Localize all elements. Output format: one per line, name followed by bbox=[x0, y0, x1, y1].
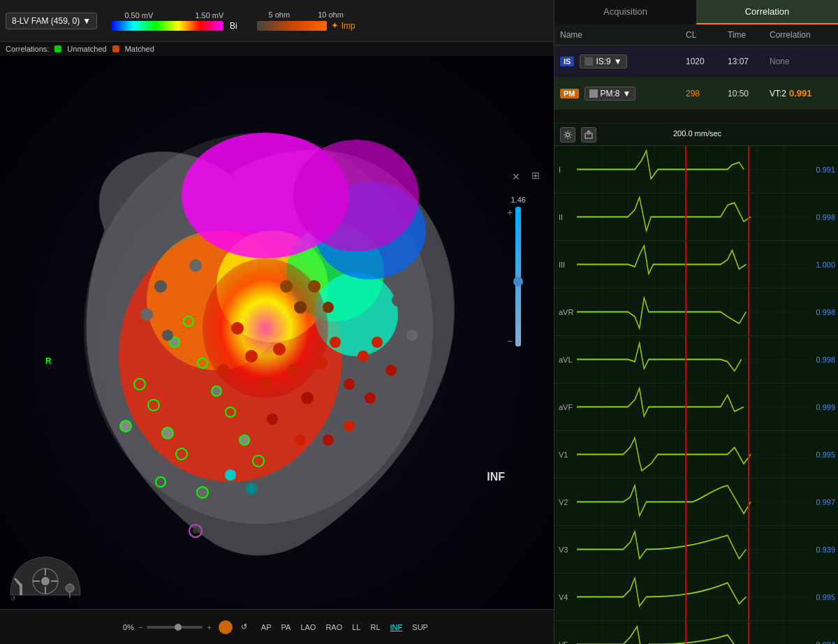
svg-point-21 bbox=[197, 487, 208, 498]
channel-label-v4: V4 bbox=[554, 593, 577, 601]
channel-label-ii: II bbox=[554, 213, 577, 221]
channel-label-avl: aVL bbox=[554, 356, 577, 364]
cursor-line-2 bbox=[748, 526, 749, 573]
cursor-line-1 bbox=[685, 431, 686, 478]
svg-point-33 bbox=[344, 379, 355, 390]
pm-corr-name: VT:2 bbox=[770, 89, 786, 98]
scale-bar bbox=[515, 207, 521, 346]
pm-selector[interactable]: PM:8 ▼ bbox=[585, 87, 636, 101]
orient-btn-sup[interactable]: SUP bbox=[409, 622, 431, 633]
scale-value: 1.46 bbox=[511, 196, 526, 204]
ecg-svg-avr bbox=[577, 288, 809, 335]
cursor-line-1 bbox=[685, 146, 686, 193]
svg-point-30 bbox=[301, 392, 314, 404]
ecg-area: 200.0 mm/sec I0.991II0.998III1.000aVR0.9… bbox=[554, 124, 838, 644]
tab-acquisition[interactable]: Acquisition bbox=[554, 0, 696, 24]
ecg-channel-avf: aVF0.999 bbox=[554, 383, 838, 431]
cursor-line-1 bbox=[685, 573, 686, 620]
orient-btn-ap[interactable]: AP bbox=[258, 622, 274, 633]
svg-point-14 bbox=[120, 420, 131, 432]
svg-point-11 bbox=[162, 427, 173, 439]
orient-btn-lao[interactable]: LAO bbox=[297, 622, 318, 633]
scale-minus[interactable]: − bbox=[507, 335, 513, 346]
table-header: Name CL Time Correlation bbox=[554, 24, 838, 45]
map-area: ✕ ⊞ bbox=[0, 56, 554, 644]
svg-point-47 bbox=[154, 280, 167, 293]
cursor-line-2 bbox=[748, 573, 749, 620]
pm-cl: 298 bbox=[686, 89, 728, 98]
is-swatch bbox=[585, 57, 593, 66]
grid-icon[interactable]: ⊞ bbox=[531, 170, 540, 181]
corr-score-v5: 0.984 bbox=[809, 641, 838, 645]
cursor-line-2 bbox=[748, 621, 749, 644]
close-icon[interactable]: ✕ bbox=[512, 171, 520, 182]
cursor-line-1 bbox=[685, 193, 686, 240]
imp-label: ✦ Imp bbox=[331, 20, 355, 31]
spacer-row bbox=[554, 110, 838, 124]
ecg-channel-avr: aVR0.998 bbox=[554, 288, 838, 336]
cursor-line-1 bbox=[685, 621, 686, 644]
svg-point-36 bbox=[372, 337, 383, 348]
map-selector[interactable]: 8-LV FAM (459, 0) ▼ bbox=[6, 13, 97, 29]
imp-gradient-bar bbox=[257, 21, 327, 31]
orient-btn-ll[interactable]: LL bbox=[349, 622, 363, 633]
is-dropdown: ▼ bbox=[614, 57, 622, 66]
cursor-line-2 bbox=[748, 478, 749, 525]
pm-time: 10:50 bbox=[728, 89, 770, 98]
cursor-line-2 bbox=[748, 336, 749, 383]
channel-graph-avl bbox=[577, 336, 809, 383]
bottom-toolbar: 0% − + ↺ APPALAORAOLLRLINFSUP bbox=[0, 609, 554, 644]
cursor-line-2 bbox=[748, 383, 749, 430]
ecg-settings-btn[interactable] bbox=[560, 127, 575, 142]
svg-point-53 bbox=[225, 469, 236, 481]
is-selector[interactable]: IS:9 ▼ bbox=[580, 54, 626, 68]
svg-point-54 bbox=[246, 483, 257, 495]
imp-min-label: 5 ohm bbox=[269, 10, 291, 19]
ecg-svg-v3 bbox=[577, 526, 809, 573]
is-prefix: IS bbox=[560, 57, 574, 66]
ecg-channel-v5: V50.984 bbox=[554, 621, 838, 644]
cursor-line-1 bbox=[685, 526, 686, 573]
col-name: Name bbox=[560, 30, 686, 40]
refresh-icon[interactable]: ↺ bbox=[241, 622, 247, 631]
ecg-svg-v1 bbox=[577, 431, 809, 478]
corr-score-iii: 1.000 bbox=[809, 261, 838, 269]
channel-graph-iii bbox=[577, 241, 809, 288]
svg-point-48 bbox=[140, 308, 153, 321]
svg-point-16 bbox=[212, 386, 221, 396]
ecg-channel-v4: V40.995 bbox=[554, 573, 838, 621]
correlations-bar: Correlations: Unmatched Matched bbox=[0, 42, 554, 56]
zoom-plus-icon[interactable]: + bbox=[207, 623, 211, 631]
zoom-control: 0% − + ↺ bbox=[123, 620, 247, 634]
ecg-export-btn[interactable] bbox=[581, 127, 596, 142]
cursor-line-2 bbox=[748, 193, 749, 240]
tab-correlation[interactable]: Correlation bbox=[696, 0, 838, 24]
is-time: 13:07 bbox=[728, 57, 770, 66]
ecg-channels: I0.991II0.998III1.000aVR0.998aVL0.998aVF… bbox=[554, 146, 838, 644]
zoom-minus-icon[interactable]: − bbox=[138, 623, 142, 631]
matched-label: Matched bbox=[125, 45, 154, 53]
channel-label-v3: V3 bbox=[554, 546, 577, 554]
corr-score-v1: 0.995 bbox=[809, 451, 838, 459]
map-selector-label: 8-LV FAM (459, 0) bbox=[12, 16, 80, 26]
svg-point-52 bbox=[420, 295, 432, 306]
pm-prefix: PM bbox=[560, 89, 579, 98]
orient-btn-pa[interactable]: PA bbox=[279, 622, 294, 633]
zoom-reset-btn[interactable] bbox=[219, 620, 233, 634]
scale-thumb[interactable] bbox=[513, 277, 523, 286]
channel-graph-v1 bbox=[577, 431, 809, 478]
channel-label-v1: V1 bbox=[554, 451, 577, 459]
vertical-scale: 1.46 + − bbox=[511, 196, 526, 346]
cursor-line-1 bbox=[685, 288, 686, 335]
orient-btn-rao[interactable]: RAO bbox=[323, 622, 345, 633]
col-time: Time bbox=[728, 30, 770, 40]
scale-plus[interactable]: + bbox=[507, 207, 513, 218]
unmatched-dot bbox=[54, 45, 61, 52]
svg-point-34 bbox=[358, 351, 369, 362]
orient-btn-rl[interactable]: RL bbox=[368, 622, 383, 633]
orient-btn-inf[interactable]: INF bbox=[388, 622, 406, 633]
zoom-slider[interactable] bbox=[147, 626, 203, 629]
ecg-svg-i bbox=[577, 146, 809, 193]
ecg-channel-avl: aVL0.998 bbox=[554, 336, 838, 383]
is-cl: 1020 bbox=[686, 57, 728, 66]
